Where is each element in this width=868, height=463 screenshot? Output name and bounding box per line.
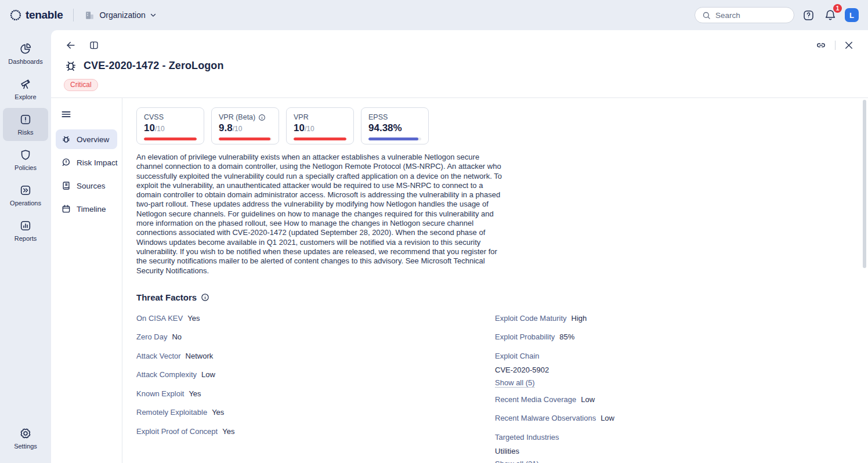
chevrons-square-icon — [19, 184, 32, 197]
factor-attack-vector: Attack VectorNetwork — [136, 352, 495, 360]
factor-remotely-exploitable: Remotely ExploitableYes — [136, 408, 495, 417]
info-icon[interactable] — [201, 293, 209, 302]
copy-link-button[interactable] — [814, 38, 828, 52]
info-icon[interactable] — [258, 114, 266, 121]
factor-known-exploit: Known ExploitYes — [136, 389, 495, 398]
bug-icon — [61, 134, 71, 144]
factor-recent-media-coverage: Recent Media CoverageLow — [495, 395, 854, 404]
tenable-ring-icon — [9, 9, 22, 21]
notification-count-badge: 1 — [833, 4, 842, 13]
gear-icon — [19, 427, 32, 440]
divider — [835, 41, 836, 50]
factor-on-cisa-kev: On CISA KEVYes — [136, 314, 495, 323]
sidebar-item-operations[interactable]: Operations — [3, 179, 48, 212]
user-avatar[interactable]: L — [845, 8, 859, 22]
detail-panel: CVE-2020-1472 - ZeroLogon Critical Overv… — [51, 30, 868, 463]
collapse-subnav-button[interactable] — [57, 106, 75, 122]
notifications-button[interactable]: 1 — [823, 8, 838, 23]
threat-factors-right-column: Exploit Code MaturityHigh Exploit Probab… — [495, 314, 854, 463]
threat-factors-left-column: On CISA KEVYes Zero DayNo Attack VectorN… — [136, 314, 495, 463]
back-button[interactable] — [64, 38, 78, 52]
alert-square-icon — [19, 113, 32, 126]
help-button[interactable] — [801, 8, 816, 23]
book-icon — [61, 180, 71, 191]
show-all-industries-link[interactable]: Show all (21) — [495, 460, 539, 463]
factor-recent-malware-observations: Recent Malware ObservationsLow — [495, 414, 854, 422]
page-title: CVE-2020-1472 - ZeroLogon — [84, 60, 224, 72]
calendar-icon — [61, 204, 71, 214]
overview-content: CVSS 10 /10 VPR (Beta) 9.8 — [122, 98, 868, 463]
tab-sources[interactable]: Sources — [56, 176, 117, 196]
primary-sidebar: Dashboards Explore Risks Policies Operat… — [0, 30, 51, 463]
magnify-alert-icon — [61, 157, 71, 168]
vpr-score-bar — [294, 138, 346, 140]
tab-risk-impact[interactable]: Risk Impact — [56, 153, 117, 172]
severity-badge: Critical — [64, 79, 98, 91]
vpr-card: VPR 10 /10 — [286, 107, 354, 144]
factor-exploit-code-maturity: Exploit Code MaturityHigh — [495, 314, 854, 323]
telescope-icon — [19, 78, 32, 91]
detail-subnav: Overview Risk Impact Sources Timeline — [51, 98, 122, 463]
vulnerability-description: An elevation of privilege vulnerability … — [136, 153, 503, 276]
vertical-scrollbar[interactable] — [863, 100, 866, 268]
search-input[interactable] — [715, 11, 787, 20]
search-box[interactable] — [695, 7, 794, 23]
panel-header: CVE-2020-1472 - ZeroLogon Critical — [51, 30, 868, 97]
sidebar-item-dashboards[interactable]: Dashboards — [3, 37, 48, 70]
show-all-exploit-chain-link[interactable]: Show all (5) — [495, 378, 535, 387]
arrow-left-icon — [65, 39, 77, 51]
factor-exploit-poc: Exploit Proof of ConceptYes — [136, 427, 495, 436]
close-button[interactable] — [842, 39, 855, 52]
sidebar-item-policies[interactable]: Policies — [3, 143, 48, 176]
toggle-side-panel-button[interactable] — [88, 39, 100, 52]
threat-factors-title: Threat Factors — [136, 292, 197, 302]
sidebar-item-reports[interactable]: Reports — [3, 214, 48, 247]
factor-targeted-industries: Targeted Industries Utilities Show all (… — [495, 433, 854, 463]
vpr-beta-score-bar — [219, 138, 270, 140]
factor-zero-day: Zero DayNo — [136, 332, 495, 341]
vpr-beta-card: VPR (Beta) 9.8 /10 — [211, 107, 279, 144]
link-icon — [815, 39, 827, 51]
search-icon — [702, 11, 711, 20]
brand-name: tenable — [26, 9, 63, 21]
sidebar-item-explore[interactable]: Explore — [3, 73, 48, 106]
epss-score-bar — [368, 138, 418, 140]
vpr-value: 10 — [294, 122, 305, 134]
panel-layout-icon — [89, 40, 99, 50]
cvss-value: 10 — [144, 122, 155, 134]
tab-overview[interactable]: Overview — [56, 129, 117, 149]
sidebar-item-risks[interactable]: Risks — [3, 108, 48, 141]
pie-chart-icon — [19, 42, 32, 55]
bar-chart-square-icon — [19, 219, 32, 232]
epss-card: EPSS 94.38% — [361, 107, 429, 144]
chevron-down-icon — [150, 12, 157, 19]
cvss-card: CVSS 10 /10 — [136, 107, 204, 144]
topbar: tenable Organization — [0, 0, 868, 30]
tenable-logo[interactable]: tenable — [9, 9, 63, 21]
hamburger-menu-icon — [60, 108, 72, 120]
divider — [73, 9, 74, 21]
factor-exploit-chain: Exploit Chain CVE-2020-5902 Show all (5) — [495, 352, 854, 387]
tab-timeline[interactable]: Timeline — [56, 199, 117, 219]
organization-label: Organization — [99, 10, 145, 20]
cvss-score-bar — [144, 138, 197, 140]
sidebar-item-settings[interactable]: Settings — [3, 422, 48, 455]
epss-value: 94.38% — [368, 122, 402, 134]
score-cards: CVSS 10 /10 VPR (Beta) 9.8 — [136, 107, 854, 144]
factor-attack-complexity: Attack ComplexityLow — [136, 370, 495, 379]
bug-icon — [64, 59, 78, 73]
close-icon — [844, 40, 854, 50]
shield-icon — [19, 149, 32, 161]
building-icon — [84, 10, 95, 21]
vpr-beta-value: 9.8 — [219, 122, 233, 134]
organization-switcher[interactable]: Organization — [84, 10, 156, 21]
factor-exploit-probability: Exploit Probability85% — [495, 332, 854, 341]
